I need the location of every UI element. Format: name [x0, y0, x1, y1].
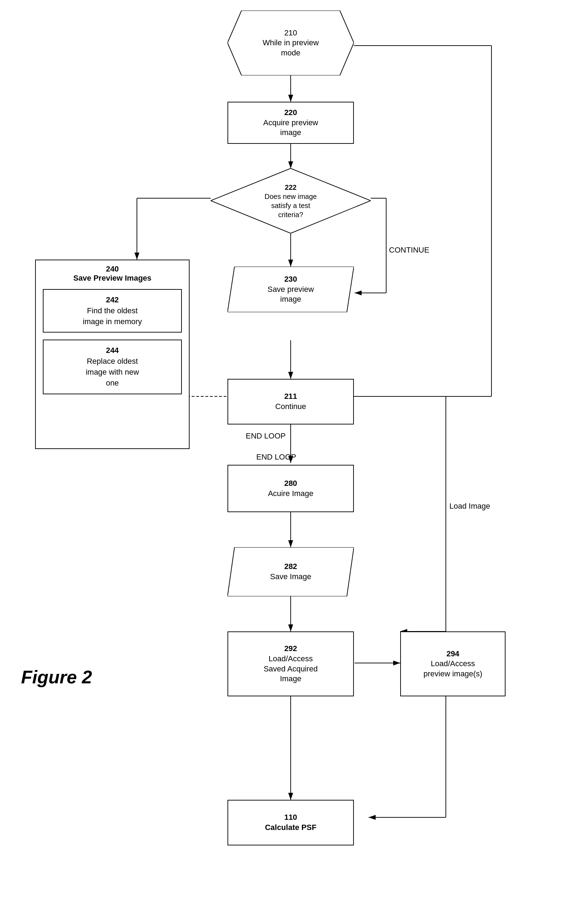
- svg-text:Load Image: Load Image: [449, 502, 490, 510]
- node-222-label: 222 Does new imagesatisfy a testcriteria…: [265, 183, 317, 219]
- node-230-label: 230 Save previewimage: [268, 274, 314, 305]
- node-240-label: 240 Save Preview Images: [36, 260, 189, 285]
- node-292: 292 Load/AccessSaved AcquiredImage: [227, 632, 354, 696]
- node-280: 280 Acuire Image: [227, 465, 354, 512]
- node-210: 210 While in previewmode: [227, 10, 354, 76]
- node-280-label: 280 Acuire Image: [268, 478, 313, 498]
- node-211-label: 211 Continue: [275, 391, 306, 411]
- node-110: 110 Calculate PSF: [227, 800, 354, 845]
- node-240-outer: 240 Save Preview Images 242 Find the old…: [35, 260, 190, 449]
- node-282-label: 282 Save Image: [270, 562, 311, 582]
- node-244: 244 Replace oldestimage with newone: [43, 340, 182, 394]
- node-210-label: 210 While in previewmode: [263, 28, 319, 58]
- node-211: 211 Continue: [227, 379, 354, 424]
- node-292-label: 292 Load/AccessSaved AcquiredImage: [264, 644, 318, 684]
- node-294: 294 Load/Accesspreview image(s): [400, 632, 505, 696]
- svg-text:CONTINUE: CONTINUE: [389, 246, 429, 254]
- node-282: 282 Save Image: [227, 547, 354, 596]
- node-110-label: 110 Calculate PSF: [265, 812, 317, 832]
- node-242: 242 Find the oldestimage in memory: [43, 289, 182, 333]
- svg-text:END LOOP: END LOOP: [256, 452, 296, 461]
- diagram-container: NO CONTINUE END LOOP Load Image: [0, 0, 581, 924]
- node-220: 220 Acquire previewimage: [227, 102, 354, 144]
- end-loop-label: END LOOP: [246, 431, 286, 441]
- node-220-label: 220 Acquire previewimage: [263, 108, 318, 138]
- node-294-label: 294 Load/Accesspreview image(s): [424, 649, 482, 679]
- node-222: 222 Does new imagesatisfy a testcriteria…: [211, 168, 371, 233]
- node-230: 230 Save previewimage: [227, 267, 354, 312]
- figure-label: Figure 2: [21, 667, 92, 688]
